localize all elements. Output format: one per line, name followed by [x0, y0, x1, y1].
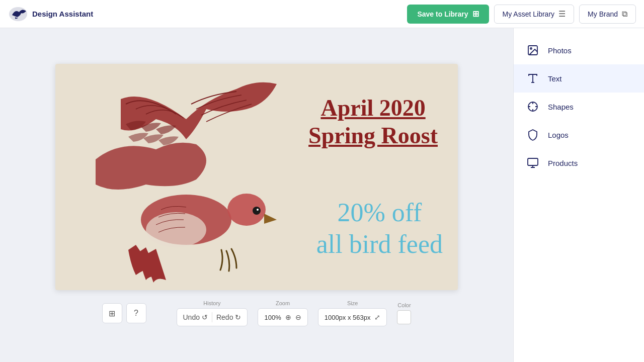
asset-library-label: My Asset Library: [503, 10, 554, 18]
redo-label: Redo: [216, 313, 233, 321]
resize-icon: ⤢: [374, 313, 380, 321]
canvas-text-line2: Spring Roost: [308, 122, 438, 149]
svg-point-5: [146, 212, 206, 247]
products-icon: [526, 156, 540, 170]
size-label: Size: [347, 300, 358, 306]
zoom-label: Zoom: [276, 300, 290, 306]
zoom-in-icon: ⊕: [285, 313, 291, 321]
logo-area: Design Assistant: [8, 4, 401, 24]
size-group: Size 1000px x 563px ⤢: [318, 300, 387, 326]
svg-point-4: [257, 209, 259, 211]
undo-icon: ↺: [202, 313, 208, 321]
resize-button[interactable]: ⤢: [374, 313, 380, 321]
canvas-promo-line1: 20% off: [316, 197, 443, 228]
color-swatch[interactable]: [397, 310, 411, 324]
shapes-label: Shapes: [548, 103, 574, 111]
zoom-value: 100%: [264, 314, 281, 321]
logos-icon: [526, 128, 540, 142]
text-label: Text: [548, 74, 562, 83]
svg-point-3: [253, 207, 261, 215]
sidebar-item-text[interactable]: Text: [514, 64, 644, 93]
zoom-in-button[interactable]: ⊕: [285, 313, 291, 321]
header: Design Assistant Save to Library ⊞ My As…: [0, 0, 644, 28]
history-group: History Undo ↺ Redo ↻: [177, 300, 248, 326]
zoom-control: 100% ⊕ ⊖: [258, 308, 307, 326]
undo-label: Undo: [183, 313, 200, 321]
size-control: 1000px x 563px ⤢: [318, 308, 387, 326]
size-value: 1000px x 563px: [325, 314, 371, 321]
color-group: Color: [397, 302, 411, 324]
redo-icon: ↻: [235, 313, 241, 321]
canvas-text-line1: April 2020: [308, 94, 438, 122]
photo-icon: [526, 43, 540, 57]
copy-icon: ⧉: [622, 10, 627, 19]
canvas-promo-line2: all bird feed: [316, 229, 443, 260]
zoom-out-button[interactable]: ⊖: [295, 313, 301, 321]
zoom-group: Zoom 100% ⊕ ⊖: [258, 300, 307, 326]
main-area: April 2020 Spring Roost 20% off all bird…: [0, 28, 644, 362]
menu-icon: ☰: [558, 9, 566, 19]
svg-rect-9: [528, 158, 538, 165]
asset-library-button[interactable]: My Asset Library ☰: [494, 5, 574, 24]
photos-label: Photos: [548, 46, 572, 55]
products-label: Products: [548, 159, 578, 167]
history-control: Undo ↺ Redo ↻: [177, 308, 248, 326]
canvas-area: April 2020 Spring Roost 20% off all bird…: [0, 28, 513, 362]
logos-label: Logos: [548, 131, 569, 139]
color-label: Color: [397, 302, 411, 308]
undo-button[interactable]: Undo ↺: [183, 313, 208, 321]
sidebar-item-products[interactable]: Products: [514, 149, 644, 177]
sidebar-item-photos[interactable]: Photos: [514, 36, 644, 64]
header-actions: Save to Library ⊞ My Asset Library ☰ My …: [407, 5, 636, 24]
bird-illustration: [55, 64, 337, 290]
right-sidebar: Photos Text Shapes: [513, 28, 644, 362]
logo-icon: [8, 4, 28, 24]
help-button[interactable]: ?: [126, 303, 146, 323]
zoom-out-icon: ⊖: [295, 313, 301, 321]
shapes-icon: [526, 100, 540, 114]
save-label: Save to Library: [417, 10, 468, 18]
text-icon: [526, 71, 540, 85]
sidebar-item-logos[interactable]: Logos: [514, 121, 644, 149]
redo-button[interactable]: Redo ↻: [216, 313, 241, 321]
svg-point-7: [530, 48, 532, 49]
grid-icon: ⊞: [109, 309, 115, 318]
app-title: Design Assistant: [32, 10, 93, 18]
brand-label: My Brand: [588, 10, 618, 18]
brand-button[interactable]: My Brand ⧉: [579, 5, 636, 24]
design-canvas[interactable]: April 2020 Spring Roost 20% off all bird…: [55, 64, 458, 290]
canvas-heading-text[interactable]: April 2020 Spring Roost: [308, 94, 438, 149]
history-label: History: [203, 300, 220, 306]
canvas-promo-text[interactable]: 20% off all bird feed: [316, 197, 443, 260]
save-to-library-button[interactable]: Save to Library ⊞: [407, 5, 489, 24]
help-icon: ?: [134, 309, 138, 318]
save-icon: ⊞: [472, 9, 479, 19]
grid-button[interactable]: ⊞: [102, 303, 122, 323]
sidebar-item-shapes[interactable]: Shapes: [514, 93, 644, 121]
